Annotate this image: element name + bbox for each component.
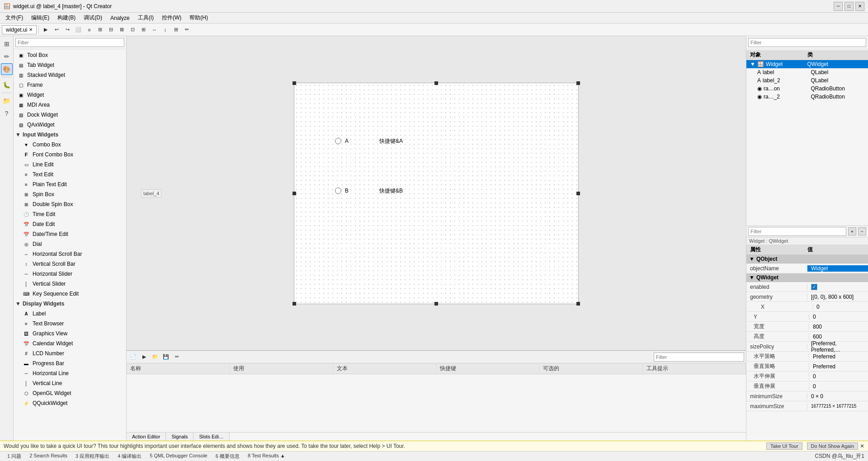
- sidebar-item-fontcombobox[interactable]: F Font Combo Box: [14, 150, 126, 160]
- sidebar-item-toolbox[interactable]: ▣ Tool Box: [14, 50, 126, 60]
- sidebar-item-qaxwidget[interactable]: ▨ QAxWidget: [14, 120, 126, 130]
- mode-welcome[interactable]: ⊞: [1, 38, 13, 50]
- status-tab-overview[interactable]: 6 概要信息: [212, 452, 243, 460]
- sidebar-item-openglwidget[interactable]: ⬡ OpenGL Widget: [14, 388, 126, 398]
- prop-add-button[interactable]: +: [848, 227, 856, 235]
- right-filter-input[interactable]: [748, 38, 866, 47]
- sidebar-item-stackedwidget[interactable]: ▥ Stacked Widget: [14, 70, 126, 80]
- prop-row-vstretch[interactable]: 垂直伸展 0: [746, 381, 868, 391]
- tab-signals[interactable]: Signals: [166, 433, 193, 441]
- status-tab-problems[interactable]: 1 问题: [4, 452, 25, 460]
- prop-row-geometry[interactable]: geometry [(0, 0), 800 x 600]: [746, 292, 868, 302]
- sidebar-item-combobox[interactable]: ▼ Combo Box: [14, 140, 126, 150]
- toolbar-btn-5[interactable]: ≡: [84, 25, 94, 35]
- bottom-btn-3[interactable]: 📁: [150, 352, 160, 362]
- handle-bl[interactable]: [292, 302, 296, 306]
- enabled-checkbox[interactable]: [811, 284, 817, 290]
- toolbar-btn-2[interactable]: ↩: [52, 25, 61, 35]
- prop-filter-input[interactable]: [748, 227, 846, 236]
- sidebar-item-label[interactable]: A Label: [14, 309, 126, 319]
- handle-ml[interactable]: [292, 192, 296, 195]
- prop-row-hstretch[interactable]: 水平伸展 0: [746, 372, 868, 381]
- mode-debug[interactable]: 🐛: [1, 79, 13, 91]
- prop-row-x[interactable]: X 0: [746, 302, 868, 312]
- menu-analyze[interactable]: Analyze: [107, 14, 133, 22]
- toolbar-btn-6[interactable]: ⊞: [95, 25, 105, 35]
- bottom-btn-5[interactable]: ✏: [172, 352, 182, 362]
- close-button[interactable]: ✕: [855, 2, 864, 11]
- status-tab-qml[interactable]: 5 QML Debugger Console: [146, 452, 211, 460]
- toolbar-btn-3[interactable]: ↪: [62, 25, 72, 35]
- sidebar-item-lcdnumber[interactable]: # LCD Number: [14, 348, 126, 358]
- sidebar-item-spinbox[interactable]: ⊞ Spin Box: [14, 189, 126, 199]
- bottom-btn-2[interactable]: ▶: [139, 352, 149, 362]
- maximize-button[interactable]: □: [844, 2, 854, 11]
- sidebar-item-qquickwidget[interactable]: ⚡ QQuickWidget: [14, 398, 126, 408]
- tab-slots-editor[interactable]: Slots Edi…: [193, 433, 229, 441]
- design-canvas[interactable]: A 快捷键&A B 快捷键&B: [294, 83, 579, 304]
- sidebar-item-doublespinbox[interactable]: ⊞ Double Spin Box: [14, 199, 126, 209]
- toolbar-btn-11[interactable]: ↔: [149, 25, 159, 35]
- handle-br[interactable]: [576, 302, 580, 306]
- sidebar-item-vslider[interactable]: │ Vertical Slider: [14, 279, 126, 289]
- prop-row-vpolicy[interactable]: 垂直策略 Preferred: [746, 362, 868, 372]
- menu-tools[interactable]: 工具(I): [134, 13, 157, 23]
- group-input-widgets[interactable]: ▼ Input Widgets: [14, 130, 126, 140]
- toolbar-btn-8[interactable]: ⊠: [117, 25, 127, 35]
- menu-edit[interactable]: 编辑(E): [28, 13, 53, 23]
- toolbar-btn-9[interactable]: ⊡: [127, 25, 137, 35]
- tour-close-button[interactable]: ✕: [860, 443, 864, 449]
- bottom-filter-input[interactable]: [654, 353, 744, 362]
- handle-tm[interactable]: [434, 81, 438, 85]
- menu-controls[interactable]: 控件(W): [158, 13, 185, 23]
- sidebar-item-hscrollbar[interactable]: ↔ Horizontal Scroll Bar: [14, 249, 126, 259]
- sidebar-item-vscrollbar[interactable]: ↕ Vertical Scroll Bar: [14, 259, 126, 269]
- sidebar-item-dateedit[interactable]: 📅 Date Edit: [14, 219, 126, 229]
- menu-build[interactable]: 构建(B): [54, 13, 79, 23]
- prop-remove-button[interactable]: −: [858, 227, 866, 235]
- toolbar-btn-12[interactable]: ↕: [160, 25, 170, 35]
- bottom-btn-4[interactable]: 💾: [161, 352, 171, 362]
- prop-row-maxsize[interactable]: maximumSize 16777215 × 16777215: [746, 401, 868, 411]
- status-tab-appoutput[interactable]: 3 应用程序输出: [72, 452, 113, 460]
- sidebar-item-widget[interactable]: ▣ Widget: [14, 90, 126, 100]
- tab-widget-ui[interactable]: widget.ui ✕: [2, 25, 37, 34]
- obj-row-radio1[interactable]: ◉ ra…on QRadioButton: [746, 85, 868, 93]
- prop-row-objectname[interactable]: objectName Widget: [746, 263, 868, 273]
- bottom-btn-1[interactable]: 📄: [128, 352, 138, 362]
- tab-action-editor[interactable]: Action Editor: [127, 433, 166, 441]
- menu-file[interactable]: 文件(F): [2, 13, 27, 23]
- menu-debug[interactable]: 调试(D): [80, 13, 106, 23]
- sidebar-filter-input[interactable]: [15, 38, 124, 47]
- prop-row-enabled[interactable]: enabled: [746, 282, 868, 292]
- sidebar-item-textedit[interactable]: ≡ Text Edit: [14, 169, 126, 179]
- prop-row-y[interactable]: Y 0: [746, 312, 868, 322]
- mode-edit[interactable]: ✏: [1, 51, 13, 62]
- take-tour-button[interactable]: Take UI Tour: [766, 442, 802, 450]
- sidebar-item-timeedit[interactable]: 🕐 Time Edit: [14, 209, 126, 219]
- minimize-button[interactable]: ─: [834, 2, 843, 11]
- sidebar-item-datetimeedit[interactable]: 📅 Date/Time Edit: [14, 229, 126, 239]
- sidebar-item-hslider[interactable]: ─ Horizontal Slider: [14, 269, 126, 279]
- obj-row-widget[interactable]: ▼ 🪟 Widget QWidget: [746, 60, 868, 68]
- prop-row-sizepolicy[interactable]: sizePolicy [Preferred, Preferred,…: [746, 342, 868, 352]
- status-tab-test[interactable]: 8 Test Results ▲: [244, 452, 289, 460]
- sidebar-item-calendarwidget[interactable]: 📅 Calendar Widget: [14, 339, 126, 348]
- sidebar-item-dial[interactable]: ◎ Dial: [14, 239, 126, 249]
- sidebar-item-hline[interactable]: ─ Horizontal Line: [14, 368, 126, 378]
- prop-group-qobject[interactable]: ▼ QObject: [746, 255, 868, 263]
- radio-a-circle[interactable]: [335, 138, 341, 144]
- sidebar-item-mdiarea[interactable]: ▦ MDI Area: [14, 100, 126, 110]
- prop-group-qwidget[interactable]: ▼ QWidget: [746, 273, 868, 282]
- toolbar-btn-13[interactable]: ⊞: [171, 25, 181, 35]
- prop-row-width[interactable]: 宽度 800: [746, 322, 868, 332]
- sidebar-item-tabwidget[interactable]: ▤ Tab Widget: [14, 60, 126, 70]
- sidebar-item-graphicsview[interactable]: 🖼 Graphics View: [14, 329, 126, 339]
- handle-mr[interactable]: [576, 192, 580, 195]
- group-display-widgets[interactable]: ▼ Display Widgets: [14, 299, 126, 309]
- menu-help[interactable]: 帮助(H): [186, 13, 212, 23]
- sidebar-item-lineedit[interactable]: ▭ Line Edit: [14, 160, 126, 169]
- toolbar-btn-7[interactable]: ⊟: [106, 25, 116, 35]
- obj-row-label2[interactable]: A label_2 QLabel: [746, 76, 868, 85]
- toolbar-btn-1[interactable]: ▶: [41, 25, 51, 35]
